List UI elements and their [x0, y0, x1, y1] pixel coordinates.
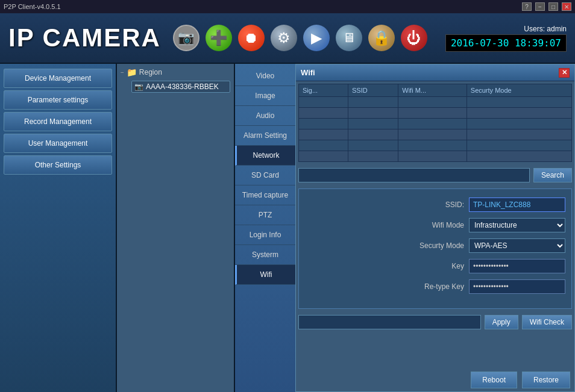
wifi-dialog: Wifi ✕ Sig... SSID Wifi M... Securty Mod… — [295, 64, 575, 392]
retype-key-input[interactable] — [469, 279, 565, 294]
maximize-button[interactable]: □ — [548, 2, 558, 11]
table-row[interactable] — [299, 129, 572, 140]
tree-area: − 📁 Region 📷 AAAA-438336-RBBEK — [117, 64, 235, 392]
tab-logininfo[interactable]: Login Info — [235, 225, 295, 245]
wifi-search-row: Search — [296, 164, 574, 186]
users-label: Users: admin — [445, 25, 567, 33]
tab-system[interactable]: Systerm — [235, 245, 295, 265]
reboot-button[interactable]: Reboot — [471, 372, 517, 388]
folder-icon: 📁 — [127, 67, 137, 77]
table-row[interactable] — [299, 108, 572, 119]
region-label: Region — [139, 68, 162, 76]
content-panel: - Time Setting Wifi ✕ Sig... SSID — [295, 64, 575, 392]
tab-sdcard[interactable]: SD Card — [235, 166, 295, 185]
main-layout: Device Management Parameter settings Rec… — [0, 64, 575, 392]
device-label: AAAA-438336-RBBEK — [146, 82, 219, 91]
ssid-row: SSID: — [305, 198, 565, 212]
ssid-input[interactable] — [469, 198, 565, 212]
title-bar: P2P Client-v4.0.5.1 ? − □ ✕ — [0, 0, 575, 13]
tab-network[interactable]: Network — [235, 146, 295, 166]
parameter-settings-button[interactable]: Parameter settings — [4, 90, 112, 110]
tab-video[interactable]: Video — [235, 66, 295, 86]
datetime-area: Users: admin 2016-07-30 18:39:07 — [445, 25, 567, 52]
user-management-button[interactable]: User Management — [4, 134, 112, 153]
col-signal: Sig... — [299, 84, 348, 97]
device-icon: 📷 — [134, 82, 143, 91]
play-icon[interactable]: ▶ — [303, 25, 330, 51]
ptz-wheel-icon[interactable]: ⚙ — [271, 25, 297, 51]
header-icons: 📷 ➕ ⏺ ⚙ ▶ 🖥 🔒 ⏻ — [173, 25, 445, 51]
header: IP CAMERA 📷 ➕ ⏺ ⚙ ▶ 🖥 🔒 ⏻ Users: admin 2… — [0, 13, 575, 64]
wifi-dialog-title: Wifi ✕ — [296, 64, 574, 81]
restore-button[interactable]: Restore — [522, 372, 570, 388]
retype-key-label: Re-type Key — [398, 282, 464, 291]
datetime-display: 2016-07-30 18:39:07 — [445, 34, 567, 52]
help-button[interactable]: ? — [522, 2, 532, 11]
camera-icon[interactable]: 📷 — [173, 25, 200, 51]
key-input[interactable] — [469, 259, 565, 273]
table-row[interactable] — [299, 140, 572, 151]
tab-timed[interactable]: Timed capture — [235, 185, 295, 205]
other-settings-button[interactable]: Other Settings — [4, 155, 112, 175]
wifi-dialog-close[interactable]: ✕ — [559, 68, 570, 78]
ssid-label: SSID: — [398, 201, 464, 209]
logo-text: IP CAMERA — [8, 25, 161, 51]
minimize-button[interactable]: − — [535, 2, 545, 11]
col-wifimode: Wifi M... — [398, 84, 467, 97]
wifi-dialog-title-text: Wifi — [301, 68, 315, 77]
nav-tabs: Video Image Audio Alarm Setting Network … — [235, 64, 295, 392]
wifi-bottom-row: Apply Wifi Check — [296, 311, 574, 333]
wifi-check-button[interactable]: Wifi Check — [522, 315, 572, 329]
tab-wifi[interactable]: Wifi — [235, 265, 295, 285]
table-row[interactable] — [299, 119, 572, 129]
power-icon[interactable]: ⏻ — [401, 25, 427, 51]
title-bar-controls: ? − □ ✕ — [522, 2, 571, 11]
wifi-mode-row: Wifi Mode Infrastructure Ad-hoc — [305, 218, 565, 232]
wifi-table: Sig... SSID Wifi M... Securty Mode — [298, 84, 572, 162]
wifi-mode-select[interactable]: Infrastructure Ad-hoc — [469, 218, 565, 232]
search-button[interactable]: Search — [533, 168, 572, 182]
table-row[interactable] — [299, 151, 572, 162]
logo-area: IP CAMERA — [8, 25, 161, 51]
lock-icon[interactable]: 🔒 — [368, 25, 395, 51]
key-row: Key — [305, 259, 565, 273]
left-sidebar: Device Management Parameter settings Rec… — [0, 64, 117, 392]
record-icon[interactable]: ⏺ — [238, 25, 265, 51]
wifi-search-input[interactable] — [298, 168, 530, 182]
retype-key-row: Re-type Key — [305, 279, 565, 294]
table-row[interactable] — [299, 97, 572, 108]
tab-audio[interactable]: Audio — [235, 106, 295, 126]
tab-ptz[interactable]: PTZ — [235, 205, 295, 225]
monitor-icon[interactable]: 🖥 — [336, 25, 362, 51]
tab-image[interactable]: Image — [235, 86, 295, 106]
tab-alarm[interactable]: Alarm Setting — [235, 126, 295, 146]
record-management-button[interactable]: Record Management — [4, 112, 112, 131]
footer-bar: Reboot Restore — [471, 372, 570, 388]
security-mode-row: Securty Mode WPA-AES WPA2-AES WEP None — [305, 238, 565, 253]
add-icon[interactable]: ➕ — [206, 25, 232, 51]
wifi-status-input[interactable] — [298, 315, 481, 329]
wifi-config: SSID: Wifi Mode Infrastructure Ad-hoc Se… — [298, 188, 572, 309]
wifi-mode-label: Wifi Mode — [398, 221, 464, 229]
security-mode-select[interactable]: WPA-AES WPA2-AES WEP None — [469, 238, 565, 253]
device-node[interactable]: 📷 AAAA-438336-RBBEK — [131, 81, 230, 93]
app-title: P2P Client-v4.0.5.1 — [4, 3, 61, 10]
region-node: − 📁 Region — [121, 67, 230, 77]
wifi-table-area: Sig... SSID Wifi M... Securty Mode — [296, 81, 574, 164]
key-label: Key — [398, 262, 464, 270]
close-button[interactable]: ✕ — [562, 2, 571, 11]
apply-button[interactable]: Apply — [485, 315, 518, 329]
device-management-button[interactable]: Device Management — [4, 69, 112, 88]
tree-collapse-icon[interactable]: − — [121, 69, 124, 76]
col-ssid: SSID — [348, 84, 398, 97]
security-mode-label: Securty Mode — [398, 241, 464, 250]
right-content: Video Image Audio Alarm Setting Network … — [235, 64, 575, 392]
col-security: Securty Mode — [467, 84, 571, 97]
